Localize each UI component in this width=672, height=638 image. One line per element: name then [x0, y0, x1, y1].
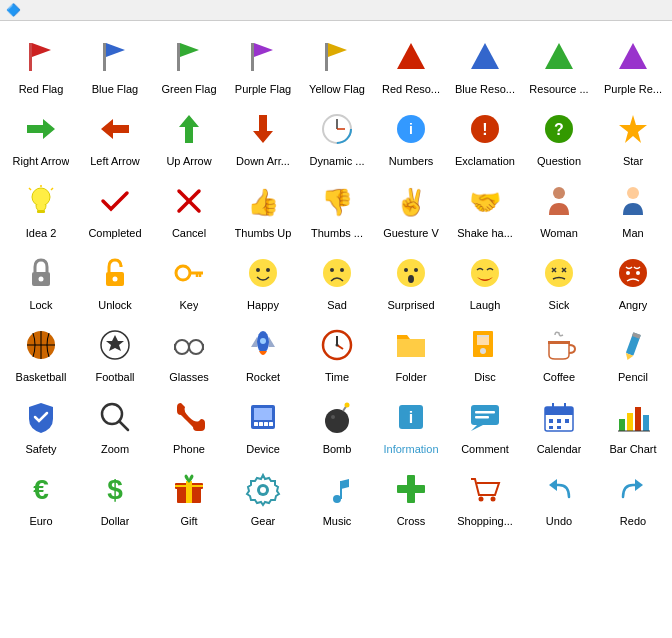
- svg-point-75: [189, 340, 203, 354]
- icon-cell-resource----[interactable]: Resource ...: [522, 27, 596, 99]
- icon-cell-cancel[interactable]: Cancel: [152, 171, 226, 243]
- icon-image: [313, 465, 361, 513]
- svg-marker-12: [545, 43, 573, 69]
- icon-cell-surprised[interactable]: Surprised: [374, 243, 448, 315]
- icon-cell-angry[interactable]: Angry: [596, 243, 670, 315]
- icon-cell-man[interactable]: Man: [596, 171, 670, 243]
- icon-label: Glasses: [169, 371, 209, 383]
- icon-cell-purple-flag[interactable]: Purple Flag: [226, 27, 300, 99]
- icon-label: Pencil: [618, 371, 648, 383]
- icon-cell-cross[interactable]: Cross: [374, 459, 448, 531]
- icon-image: [91, 105, 139, 153]
- icon-label: Information: [383, 443, 438, 455]
- svg-point-90: [480, 348, 486, 354]
- icon-image: [461, 33, 509, 81]
- icon-cell-up-arrow[interactable]: Up Arrow: [152, 99, 226, 171]
- icon-cell-thumbs-up[interactable]: 👍Thumbs Up: [226, 171, 300, 243]
- icon-cell-rocket[interactable]: Rocket: [226, 315, 300, 387]
- icon-cell-basketball[interactable]: Basketball: [4, 315, 78, 387]
- icon-label: Time: [325, 371, 349, 383]
- icon-cell-idea-2[interactable]: Idea 2: [4, 171, 78, 243]
- icon-cell-undo[interactable]: Undo: [522, 459, 596, 531]
- icon-cell-down-arr---[interactable]: Down Arr...: [226, 99, 300, 171]
- icon-cell-star[interactable]: Star: [596, 99, 670, 171]
- icon-image: [239, 105, 287, 153]
- icon-cell-disc[interactable]: Disc: [448, 315, 522, 387]
- svg-point-139: [491, 497, 496, 502]
- svg-rect-111: [475, 411, 495, 414]
- icon-cell-euro[interactable]: €Euro: [4, 459, 78, 531]
- icon-cell-key[interactable]: Key: [152, 243, 226, 315]
- icon-image: [609, 249, 657, 297]
- svg-point-104: [331, 415, 335, 419]
- icon-cell-shopping---[interactable]: Shopping...: [448, 459, 522, 531]
- icon-cell-bomb[interactable]: Bomb: [300, 387, 374, 459]
- icon-cell-information[interactable]: iInformation: [374, 387, 448, 459]
- svg-text:🤝: 🤝: [469, 186, 502, 218]
- icon-cell-happy[interactable]: Happy: [226, 243, 300, 315]
- icon-cell-thumbs----[interactable]: 👎Thumbs ...: [300, 171, 374, 243]
- icon-cell-right-arrow[interactable]: Right Arrow: [4, 99, 78, 171]
- icon-label: Right Arrow: [13, 155, 70, 167]
- icon-cell-purple-re---[interactable]: Purple Re...: [596, 27, 670, 99]
- svg-point-60: [471, 259, 499, 287]
- icon-cell-coffee[interactable]: Coffee: [522, 315, 596, 387]
- icon-image: [461, 249, 509, 297]
- icon-cell-glasses[interactable]: Glasses: [152, 315, 226, 387]
- icon-label: Blue Reso...: [455, 83, 515, 95]
- icon-cell-time[interactable]: Time: [300, 315, 374, 387]
- icon-image: [239, 465, 287, 513]
- icon-cell-completed[interactable]: Completed: [78, 171, 152, 243]
- svg-point-61: [545, 259, 573, 287]
- icon-cell-guesture-v[interactable]: ✌️Guesture V: [374, 171, 448, 243]
- icon-image: [387, 249, 435, 297]
- svg-point-138: [479, 497, 484, 502]
- icon-label: Red Reso...: [382, 83, 440, 95]
- icon-cell-bar-chart[interactable]: Bar Chart: [596, 387, 670, 459]
- icon-cell-yellow-flag[interactable]: Yellow Flag: [300, 27, 374, 99]
- icon-cell-dollar[interactable]: $Dollar: [78, 459, 152, 531]
- icon-label: Euro: [29, 515, 52, 527]
- icon-cell-shake-ha---[interactable]: 🤝Shake ha...: [448, 171, 522, 243]
- icon-cell-device[interactable]: Device: [226, 387, 300, 459]
- icon-cell-sick[interactable]: Sick: [522, 243, 596, 315]
- icon-cell-music[interactable]: Music: [300, 459, 374, 531]
- icon-cell-comment[interactable]: Comment: [448, 387, 522, 459]
- icon-cell-lock[interactable]: Lock: [4, 243, 78, 315]
- icon-cell-football[interactable]: Football: [78, 315, 152, 387]
- icon-cell-question[interactable]: ?Question: [522, 99, 596, 171]
- svg-rect-125: [643, 415, 649, 431]
- icon-cell-green-flag[interactable]: Green Flag: [152, 27, 226, 99]
- icon-cell-pencil[interactable]: Pencil: [596, 315, 670, 387]
- icon-cell-red-reso---[interactable]: Red Reso...: [374, 27, 448, 99]
- icon-cell-gift[interactable]: Gift: [152, 459, 226, 531]
- icon-cell-folder[interactable]: Folder: [374, 315, 448, 387]
- icon-cell-zoom[interactable]: Zoom: [78, 387, 152, 459]
- svg-point-52: [266, 268, 270, 272]
- icon-label: Music: [323, 515, 352, 527]
- icon-cell-redo[interactable]: Redo: [596, 459, 670, 531]
- icon-label: Zoom: [101, 443, 129, 455]
- icon-cell-laugh[interactable]: Laugh: [448, 243, 522, 315]
- icon-cell-calendar[interactable]: Calendar: [522, 387, 596, 459]
- icon-image: [609, 33, 657, 81]
- icon-cell-red-flag[interactable]: Red Flag: [4, 27, 78, 99]
- icon-image: [239, 249, 287, 297]
- icon-cell-gear[interactable]: Gear: [226, 459, 300, 531]
- icon-label: Dynamic ...: [309, 155, 364, 167]
- icon-cell-phone[interactable]: Phone: [152, 387, 226, 459]
- icon-cell-blue-flag[interactable]: Blue Flag: [78, 27, 152, 99]
- svg-rect-114: [545, 407, 573, 415]
- icon-cell-left-arrow[interactable]: Left Arrow: [78, 99, 152, 171]
- icon-cell-woman[interactable]: Woman: [522, 171, 596, 243]
- svg-text:i: i: [409, 409, 413, 426]
- icon-cell-safety[interactable]: Safety: [4, 387, 78, 459]
- icon-cell-unlock[interactable]: Unlock: [78, 243, 152, 315]
- icon-cell-dynamic----[interactable]: Dynamic ...: [300, 99, 374, 171]
- icon-cell-exclamation[interactable]: !Exclamation: [448, 99, 522, 171]
- icon-cell-sad[interactable]: Sad: [300, 243, 374, 315]
- svg-text:€: €: [33, 474, 49, 505]
- svg-marker-10: [397, 43, 425, 69]
- icon-cell-blue-reso---[interactable]: Blue Reso...: [448, 27, 522, 99]
- icon-cell-numbers[interactable]: iNumbers: [374, 99, 448, 171]
